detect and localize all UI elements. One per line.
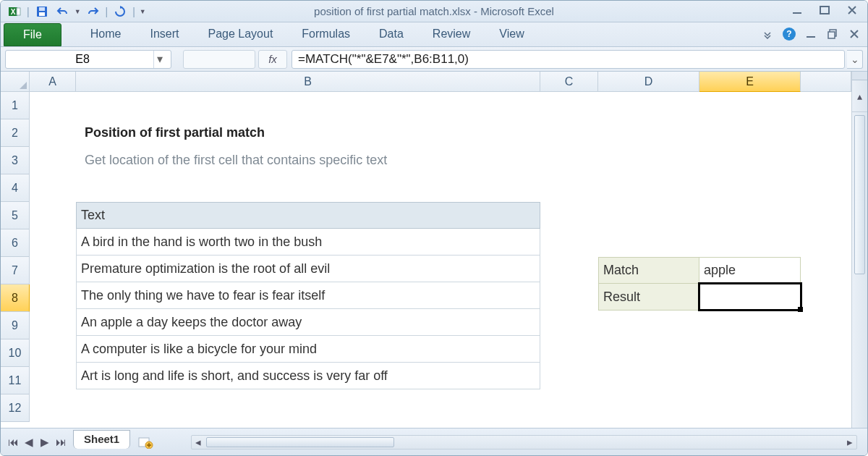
refresh-icon[interactable]	[112, 4, 128, 20]
svg-rect-10	[828, 32, 835, 38]
cell-B9[interactable]: An apple a day keeps the doctor away	[76, 309, 540, 336]
title-bar: X | ▼ | | ▼ position of first partial ma…	[1, 1, 867, 22]
horizontal-scrollbar[interactable]: ◂ ▸	[191, 435, 857, 449]
fx-group: fx	[183, 50, 287, 69]
row-header-11[interactable]: 11	[1, 367, 30, 394]
cell-B6[interactable]: A bird in the hand is worth two in the b…	[76, 229, 540, 256]
cell-B11[interactable]: Art is long and life is short, and succe…	[76, 363, 540, 389]
minimize-icon[interactable]	[788, 4, 807, 17]
vertical-scrollbar[interactable]: ▴	[851, 72, 867, 428]
vscroll-thumb[interactable]	[854, 115, 865, 274]
col-header-B[interactable]: B	[76, 72, 540, 92]
scroll-right-icon[interactable]: ▸	[843, 436, 856, 449]
split-handle[interactable]	[852, 72, 867, 80]
qat-divider-icon: |	[132, 6, 135, 17]
cell-B3[interactable]: Get location of the first cell that cont…	[80, 147, 391, 174]
formula-bar: E8 ▾ fx =MATCH("*"&E7&"*",B6:B11,0) ⌄	[1, 47, 867, 72]
first-sheet-icon[interactable]: ⏮	[6, 435, 20, 449]
tab-page-layout[interactable]: Page Layout	[193, 23, 287, 46]
cell-D8[interactable]: Result	[598, 284, 699, 311]
restore-workbook-icon[interactable]	[825, 27, 840, 41]
svg-text:X: X	[11, 8, 16, 16]
prev-sheet-icon[interactable]: ◀	[22, 435, 36, 449]
row-header-9[interactable]: 9	[1, 312, 30, 339]
spreadsheet-grid: A B C D E 1 2 3 4 5 6 7 8 9 10 11 12	[1, 72, 867, 428]
formula-input[interactable]: =MATCH("*"&E7&"*",B6:B11,0)	[292, 50, 845, 69]
row-header-2[interactable]: 2	[1, 119, 30, 147]
row-header-1[interactable]: 1	[1, 92, 30, 119]
tab-insert[interactable]: Insert	[135, 23, 193, 46]
row-headers: 1 2 3 4 5 6 7 8 9 10 11 12	[1, 92, 30, 428]
svg-rect-7	[820, 7, 829, 14]
customize-qat-icon[interactable]: ▼	[140, 8, 146, 15]
tab-data[interactable]: Data	[365, 23, 418, 46]
row-header-7[interactable]: 7	[1, 257, 30, 284]
sheet-tab-sheet1[interactable]: Sheet1	[73, 430, 130, 449]
ribbon-tabs: File Home Insert Page Layout Formulas Da…	[1, 22, 867, 47]
quick-access-toolbar: X | ▼ | | ▼	[5, 4, 146, 20]
cells-area[interactable]: Position of first partial match Get loca…	[30, 92, 851, 428]
row-header-8[interactable]: 8	[1, 284, 30, 312]
column-headers: A B C D E	[30, 72, 851, 92]
row-header-5[interactable]: 5	[1, 202, 30, 229]
formula-actions	[183, 50, 255, 69]
expand-formula-bar-icon[interactable]: ⌄	[847, 50, 863, 69]
row-header-4[interactable]: 4	[1, 174, 30, 202]
cell-B7[interactable]: Premature optimization is the root of al…	[76, 256, 540, 282]
tab-view[interactable]: View	[485, 23, 538, 46]
col-header-C[interactable]: C	[540, 72, 598, 92]
cell-D7[interactable]: Match	[598, 257, 699, 284]
tab-home[interactable]: Home	[76, 23, 136, 46]
help-icon[interactable]: ?	[782, 27, 796, 41]
fx-button[interactable]: fx	[258, 50, 287, 69]
svg-rect-4	[39, 7, 45, 11]
file-tab[interactable]: File	[4, 23, 61, 46]
row-header-3[interactable]: 3	[1, 147, 30, 174]
col-header-blank[interactable]	[801, 72, 851, 92]
cell-E8[interactable]: 4	[699, 284, 801, 311]
svg-rect-6	[793, 12, 801, 14]
tab-review[interactable]: Review	[418, 23, 485, 46]
undo-icon[interactable]	[54, 4, 70, 20]
tab-formulas[interactable]: Formulas	[287, 23, 365, 46]
svg-rect-2	[17, 8, 20, 15]
redo-icon[interactable]	[85, 4, 101, 20]
ribbon-right-controls: ?	[760, 27, 861, 41]
col-header-D[interactable]: D	[598, 72, 699, 92]
svg-rect-5	[39, 12, 45, 16]
qat-divider-icon: |	[106, 6, 109, 17]
undo-dropdown-icon[interactable]: ▼	[75, 8, 81, 15]
row-header-10[interactable]: 10	[1, 339, 30, 367]
row-header-12[interactable]: 12	[1, 394, 30, 422]
cell-E7[interactable]: apple	[699, 257, 801, 284]
scroll-left-icon[interactable]: ◂	[192, 436, 205, 449]
next-sheet-icon[interactable]: ▶	[38, 435, 52, 449]
scroll-up-icon[interactable]: ▴	[852, 80, 867, 111]
cell-B8[interactable]: The only thing we have to fear is fear i…	[76, 282, 540, 309]
svg-rect-8	[807, 36, 815, 38]
minimize-workbook-icon[interactable]	[804, 27, 818, 41]
cell-B10[interactable]: A computer is like a bicycle for your mi…	[76, 336, 540, 363]
last-sheet-icon[interactable]: ⏭	[54, 435, 68, 449]
name-box-value: E8	[12, 53, 153, 66]
name-box-dropdown-icon[interactable]: ▾	[153, 51, 165, 68]
new-sheet-icon[interactable]	[135, 434, 156, 450]
window-controls	[788, 4, 861, 17]
hscroll-thumb[interactable]	[206, 437, 394, 447]
close-workbook-icon[interactable]	[847, 27, 861, 41]
row-header-6[interactable]: 6	[1, 229, 30, 257]
name-box[interactable]: E8 ▾	[5, 50, 171, 69]
col-header-E[interactable]: E	[699, 72, 801, 92]
cell-B5[interactable]: Text	[76, 202, 540, 229]
col-header-A[interactable]: A	[30, 72, 76, 92]
save-icon[interactable]	[34, 4, 50, 20]
cell-B2[interactable]: Position of first partial match	[80, 119, 269, 146]
collapse-ribbon-icon[interactable]	[760, 27, 775, 41]
select-all-corner[interactable]	[1, 72, 30, 92]
maximize-icon[interactable]	[815, 4, 834, 17]
sheet-tab-bar: ⏮ ◀ ▶ ⏭ Sheet1 ◂ ▸	[1, 428, 867, 455]
excel-icon[interactable]: X	[7, 4, 22, 20]
qat-divider-icon: |	[27, 6, 30, 17]
close-icon[interactable]	[843, 4, 861, 17]
